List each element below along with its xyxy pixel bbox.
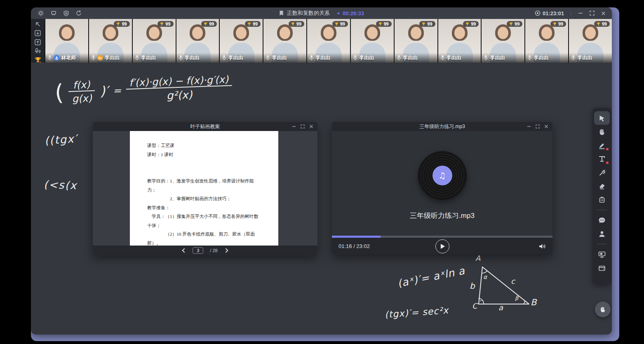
handwriting-exp-rule: (aˣ)′= aˣln a (397, 264, 466, 289)
clear-board-button[interactable] (594, 193, 610, 206)
video-tile-teacher[interactable]: 林老师 (45, 19, 88, 63)
security-button[interactable] (63, 10, 69, 16)
pen-tool-button[interactable] (594, 138, 610, 152)
video-tile-student[interactable]: 99 李由由 (525, 19, 568, 63)
close-icon (544, 124, 548, 129)
classroom-app-window: 正数和复数的关系 00:26:33 01:23:01 n (31, 7, 612, 335)
audio-window-titlebar[interactable]: 三年级听力练习.mp3 (332, 122, 552, 131)
participant-name: 李由由 (141, 54, 156, 61)
trash-icon (598, 196, 606, 204)
doc-line: 教学目的：1、激发学生创造性思维，培养设计制作能力； (147, 177, 262, 194)
text-tool-button[interactable] (594, 152, 610, 166)
video-tile-student[interactable]: 99 李由由 (176, 19, 219, 63)
doc-line: 学具：（1）搜集并压平大小不同，形态各异的树叶数十张； (147, 212, 262, 230)
participant-name: 李由由 (185, 54, 200, 61)
eraser-tool-button[interactable] (594, 179, 610, 193)
trophy-icon (334, 22, 339, 26)
audio-controls-bar: 01:16 / 23:02 (332, 238, 552, 255)
pan-tool-button[interactable] (594, 125, 610, 138)
trophy-icon (421, 22, 426, 26)
participant-name: 李由由 (105, 54, 120, 61)
doc-maximize-button[interactable] (301, 124, 305, 129)
screen: 正数和复数的关系 00:26:33 01:23:01 n (0, 0, 644, 344)
score-badge: 99 (550, 21, 566, 27)
microphones-icon (34, 48, 41, 54)
mic-icon (484, 55, 488, 61)
play-button[interactable] (435, 239, 449, 253)
magic-wand-tool-button[interactable] (594, 166, 610, 179)
recorder-button[interactable] (594, 261, 610, 275)
video-tile-student[interactable]: 99 李由由 (569, 19, 612, 63)
popout-strip-button[interactable] (34, 39, 41, 46)
participant-name: 李由由 (272, 54, 287, 61)
doc-minimize-button[interactable] (292, 124, 296, 129)
score-badge: 99 (114, 21, 129, 27)
trophy-icon (291, 22, 295, 26)
trophy-icon (160, 22, 164, 26)
video-tile-student[interactable]: 99 李由由 (263, 19, 306, 63)
titlebar: 正数和复数的关系 00:26:33 01:23:01 (31, 7, 612, 19)
score-badge: 99 (376, 21, 392, 27)
maximize-button[interactable] (589, 10, 595, 16)
refresh-button[interactable] (75, 10, 82, 16)
video-tile-student[interactable]: 99 李由由 (351, 19, 394, 63)
document-page[interactable]: 课型：工艺课 课时：1 课时 教学目的：1、激发学生创造性思维，培养设计制作能力… (130, 131, 278, 246)
video-tile-student[interactable]: 99 李由由 (438, 19, 481, 63)
audio-close-button[interactable] (544, 124, 548, 129)
triangle-label-alpha: α (483, 274, 487, 280)
audio-minimize-button[interactable] (527, 124, 531, 129)
trophy-icon (116, 22, 120, 26)
video-tile-student[interactable]: 99 李由由 (89, 19, 132, 63)
video-tile-student[interactable]: 99 李由由 (307, 19, 350, 63)
timer-dot (337, 12, 339, 14)
current-page-input[interactable]: 3 (193, 247, 203, 254)
handwriting-partial-top: ((tgx′ (44, 132, 78, 147)
expand-videos-button[interactable] (35, 21, 41, 28)
settings-button[interactable] (38, 10, 44, 16)
trophy-icon: n (34, 56, 42, 63)
rewards-button[interactable]: n (34, 56, 42, 63)
video-tile-student[interactable]: 99 李由由 (133, 19, 176, 63)
audio-maximize-button[interactable] (536, 124, 540, 129)
score-badge: 99 (289, 21, 304, 27)
raise-hand-button[interactable] (595, 302, 611, 317)
svg-text:n: n (40, 61, 41, 63)
mute-all-button[interactable] (34, 48, 41, 54)
video-tile-student[interactable]: 99 李由由 (482, 19, 524, 63)
video-tile-student[interactable]: 99 李由由 (220, 19, 263, 63)
network-button[interactable] (50, 10, 57, 16)
mic-icon (266, 55, 270, 61)
vinyl-record: ♫ (418, 152, 466, 199)
trophy-icon (247, 22, 251, 26)
video-tiles: 林老师 99 李由由 99 李由由 (45, 19, 612, 63)
close-button[interactable] (601, 11, 606, 16)
select-tool-button[interactable] (594, 111, 610, 125)
chevron-left-icon (182, 248, 187, 253)
clock-icon (535, 10, 541, 16)
participant-name: 李由由 (490, 54, 505, 61)
screen-share-button[interactable] (594, 248, 610, 261)
volume-button[interactable] (538, 243, 546, 250)
participant-name: 李由由 (534, 54, 548, 61)
collapse-strip-button[interactable] (34, 30, 41, 37)
next-page-button[interactable] (224, 249, 228, 252)
score-badge: 99 (419, 21, 435, 27)
music-note-icon: ♫ (432, 166, 452, 185)
document-window[interactable]: 叶子贴画教案 课型：工艺课 课时：1 课时 教学目的：1、激发学生创造性思维，培… (93, 122, 317, 255)
doc-close-button[interactable] (309, 124, 313, 129)
chat-button[interactable] (594, 213, 610, 227)
participant-name: 李由由 (403, 54, 418, 61)
document-window-titlebar[interactable]: 叶子贴画教案 (93, 122, 317, 131)
participants-button[interactable] (594, 227, 610, 241)
refresh-icon (75, 10, 82, 16)
doc-line: 教学准备： (147, 204, 262, 213)
network-icon (50, 10, 57, 16)
audio-player-window[interactable]: 三年级听力练习.mp3 ♫ 三年级听力练习.mp3 01:16 / 23:02 (332, 122, 552, 255)
notification-dot (606, 148, 609, 150)
gear-icon (38, 10, 44, 16)
mic-icon (571, 55, 576, 61)
minimize-button[interactable] (578, 10, 583, 16)
score-badge: 99 (594, 21, 610, 27)
video-tile-student[interactable]: 99 李由由 (395, 19, 437, 63)
prev-page-button[interactable] (183, 249, 186, 252)
